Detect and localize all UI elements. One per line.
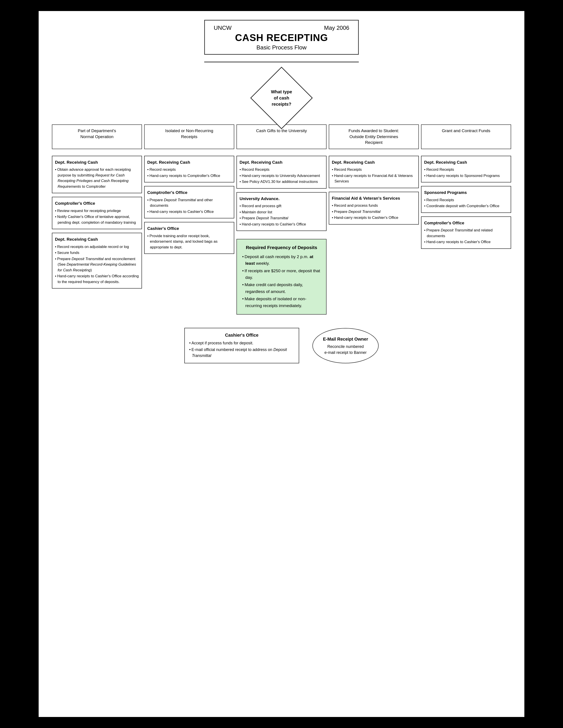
header-title: CASH RECEIPTING [214, 32, 349, 43]
email-receipt-owner-text: Reconcile numberede-mail receipt to Bann… [324, 344, 367, 356]
col5-box1-list: Record Receipts Hand-carry receipts to S… [424, 167, 508, 178]
col4-box1-title: Dept. Receiving Cash [332, 159, 416, 166]
col1-box2-item-1: Review request for receipting privilege [55, 208, 139, 214]
page: UNCW May 2006 CASH RECEIPTING Basic Proc… [39, 11, 524, 717]
col4-box1-item-2: Hand-carry receipts to Financial Aid & V… [332, 173, 416, 184]
col4-box1-item-1: Record Receipts [332, 167, 416, 173]
freq-item-3: Make credit card deposits daily, regardl… [242, 281, 321, 295]
col1-box3-item-3: Prepare Deposit Transmittal and reconcil… [55, 256, 139, 273]
col1-box2-title: Comptroller's Office [55, 200, 139, 207]
col5-box1-title: Dept. Receiving Cash [424, 159, 508, 166]
required-frequency-title: Required Frequency of Deposits [242, 244, 321, 251]
flow-col-5: Dept. Receiving Cash Record Receipts Han… [421, 156, 511, 315]
flow-row: Dept. Receiving Cash Obtain advance appr… [52, 156, 511, 315]
col5-box3-title: Comptroller's Office [424, 220, 508, 226]
col1-box3-item-4: Hand-carry receipts to Cashier's Office … [55, 273, 139, 285]
col4-dept-receiving-cash: Dept. Receiving Cash Record Receipts Han… [329, 156, 419, 188]
col2-box3-list: Provide training and/or receipt book, en… [147, 233, 231, 250]
decision-diamond-container: What typeof cashreceipts? [52, 76, 511, 120]
col4-financial-aid: Financial Aid & Veteran's Services Recor… [329, 192, 419, 225]
col1-box3-title: Dept. Receiving Cash [55, 236, 139, 243]
col2-box3-title: Cashier's Office [147, 225, 231, 232]
col3-box1-item-2: Hand-carry receipts to University Advanc… [239, 173, 324, 179]
col5-dept-receiving-cash: Dept. Receiving Cash Record Receipts Han… [421, 156, 511, 183]
freq-item-1: Deposit all cash receipts by 2 p.m. at l… [242, 253, 321, 267]
category-normal-op: Part of Department'sNormal Operation [52, 124, 142, 149]
category-isolated: Isolated or Non-RecurringReceipts [144, 124, 234, 149]
col5-box3-item-2: Hand-carry receipts to Cashier's Office [424, 239, 508, 245]
required-frequency-list: Deposit all cash receipts by 2 p.m. at l… [242, 253, 321, 309]
col5-box2-list: Record Receipts Coordinate deposit with … [424, 197, 508, 209]
col1-box1-item-1: Obtain advance approval for each receipt… [55, 167, 139, 189]
col2-box2-list: Prepare Deposit Transmittal and other do… [147, 197, 231, 215]
col2-cashiers-office: Cashier's Office Provide training and/or… [144, 222, 234, 254]
flow-col-1: Dept. Receiving Cash Obtain advance appr… [52, 156, 142, 315]
col3-box2-list: Record and process gift Maintain donor l… [239, 203, 324, 227]
col5-box2-item-1: Record Receipts [424, 197, 508, 203]
col2-box2-item-1: Prepare Deposit Transmittal and other do… [147, 197, 231, 208]
col5-box3-list: Prepare Deposit Transmittal and related … [424, 227, 508, 245]
col2-box1-item-2: Hand-carry receipts to Comptroller's Off… [147, 173, 231, 179]
col2-box1-list: Record receipts Hand-carry receipts to C… [147, 167, 231, 178]
col1-box3-list: Record receipts on adjustable record or … [55, 244, 139, 285]
col2-dept-receiving-cash: Dept. Receiving Cash Record receipts Han… [144, 156, 234, 183]
col5-box1-item-1: Record Receipts [424, 167, 508, 173]
header-underline [204, 61, 359, 63]
col2-box1-title: Dept. Receiving Cash [147, 159, 231, 166]
col3-box2-title: University Advance. [239, 196, 324, 202]
cashier-bottom-item-2: E-mail official numbered receipt to addr… [189, 347, 294, 359]
cashier-bottom-item-1: Accept if process funds for deposit. [189, 340, 294, 346]
col1-dept-receiving-cash-2: Dept. Receiving Cash Record receipts on … [52, 233, 142, 289]
header-org: UNCW [214, 24, 231, 31]
col2-box1-item-1: Record receipts [147, 167, 231, 173]
flow-col-4: Dept. Receiving Cash Record Receipts Han… [329, 156, 419, 315]
col4-box2-list: Record and process funds Prepare Deposit… [332, 203, 416, 221]
col4-box2-item-2: Prepare Deposit Transmittal [332, 209, 416, 215]
col5-box3-item-1: Prepare Deposit Transmittal and related … [424, 227, 508, 239]
col1-box1-title: Dept. Receiving Cash [55, 159, 139, 166]
flow-col-2: Dept. Receiving Cash Record receipts Han… [144, 156, 234, 315]
category-funds-awarded: Funds Awarded to Student:Outside Entity … [329, 124, 419, 149]
col3-box1-title: Dept. Receiving Cash [239, 159, 324, 166]
col5-comptroller: Comptroller's Office Prepare Deposit Tra… [421, 216, 511, 249]
col5-box1-item-2: Hand-carry receipts to Sponsored Program… [424, 173, 508, 179]
col5-box2-item-2: Coordinate deposit with Comptroller's Of… [424, 203, 508, 209]
col1-box3-item-2: Secure funds [55, 250, 139, 256]
col1-box2-list: Review request for receipting privilege … [55, 208, 139, 225]
freq-item-2: If receipts are $250 or more, deposit th… [242, 268, 321, 281]
header-subtitle: Basic Process Flow [214, 44, 349, 51]
col1-dept-receiving-cash-1: Dept. Receiving Cash Obtain advance appr… [52, 156, 142, 193]
required-frequency-box: Required Frequency of Deposits Deposit a… [236, 239, 327, 315]
col4-box2-title: Financial Aid & Veteran's Services [332, 195, 416, 202]
email-receipt-owner-title: E-Mail Receipt Owner [323, 336, 368, 342]
col3-dept-receiving-cash: Dept. Receiving Cash Record Receipts Han… [236, 156, 327, 189]
col4-box2-item-1: Record and process funds [332, 203, 416, 208]
header-date: May 2006 [324, 24, 349, 31]
col3-box2-item-4: Hand-carry receipts to Cashier's Office [239, 221, 324, 227]
col4-box2-item-3: Hand-carry receipts to Cashier's Office [332, 215, 416, 221]
diamond-text: What typeof cashreceipts? [264, 89, 299, 107]
cashier-bottom-title: Cashier's Office [189, 332, 294, 338]
col2-comptroller: Comptroller's Office Prepare Deposit Tra… [144, 186, 234, 218]
col2-box3-item-1: Provide training and/or receipt book, en… [147, 233, 231, 250]
category-grant-contract: Grant and Contract Funds [421, 124, 511, 149]
col3-box2-item-1: Record and process gift [239, 203, 324, 209]
col2-box2-title: Comptroller's Office [147, 190, 231, 196]
col2-box2-item-2: Hand-carry receipts to Cashier's Office [147, 209, 231, 215]
col5-box2-title: Sponsored Programs [424, 190, 508, 196]
cashier-bottom-box: Cashier's Office Accept if process funds… [184, 328, 299, 363]
header-box: UNCW May 2006 CASH RECEIPTING Basic Proc… [204, 20, 359, 55]
col3-box1-item-3: See Policy ADV1.30 for additional instru… [239, 179, 324, 185]
col1-comptroller-1: Comptroller's Office Review request for … [52, 197, 142, 229]
freq-item-4: Make deposits of isolated or non-recurri… [242, 296, 321, 309]
col3-box2-item-3: Prepare Deposit Transmittal [239, 215, 324, 221]
flow-col-3: Dept. Receiving Cash Record Receipts Han… [236, 156, 327, 315]
col1-box3-item-1: Record receipts on adjustable record or … [55, 244, 139, 250]
decision-diamond: What typeof cashreceipts? [250, 67, 313, 129]
col4-box1-list: Record Receipts Hand-carry receipts to F… [332, 167, 416, 184]
col3-university-advance: University Advance. Record and process g… [236, 192, 327, 231]
email-receipt-owner-box: E-Mail Receipt Owner Reconcile numberede… [313, 328, 379, 363]
col3-box1-item-1: Record Receipts [239, 167, 324, 173]
bottom-row: Cashier's Office Accept if process funds… [52, 328, 511, 363]
col1-box1-list: Obtain advance approval for each receipt… [55, 167, 139, 189]
